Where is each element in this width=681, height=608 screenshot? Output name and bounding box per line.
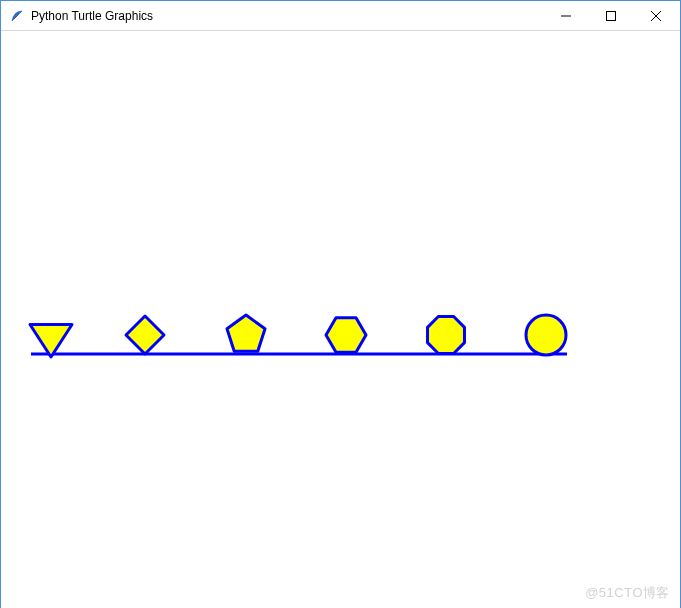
close-button[interactable] bbox=[633, 1, 678, 30]
titlebar[interactable]: Python Turtle Graphics bbox=[1, 1, 680, 31]
circle-shape bbox=[526, 315, 566, 355]
turtle-feather-icon bbox=[9, 8, 25, 24]
turtle-canvas: @51CTO博客 bbox=[3, 33, 678, 608]
maximize-button[interactable] bbox=[588, 1, 633, 30]
turtle-drawing bbox=[3, 33, 678, 605]
canvas-frame: @51CTO博客 bbox=[1, 31, 680, 608]
app-window: Python Turtle Graphics @51CTO博客 bbox=[0, 0, 681, 608]
svg-rect-2 bbox=[606, 11, 615, 20]
triangle-shape bbox=[30, 324, 72, 357]
octagon-shape bbox=[428, 317, 465, 354]
minimize-button[interactable] bbox=[543, 1, 588, 30]
window-title: Python Turtle Graphics bbox=[31, 1, 543, 31]
window-controls bbox=[543, 1, 678, 30]
pentagon-shape bbox=[227, 315, 265, 351]
square-diamond-shape bbox=[126, 316, 164, 354]
hexagon-shape bbox=[326, 318, 366, 353]
